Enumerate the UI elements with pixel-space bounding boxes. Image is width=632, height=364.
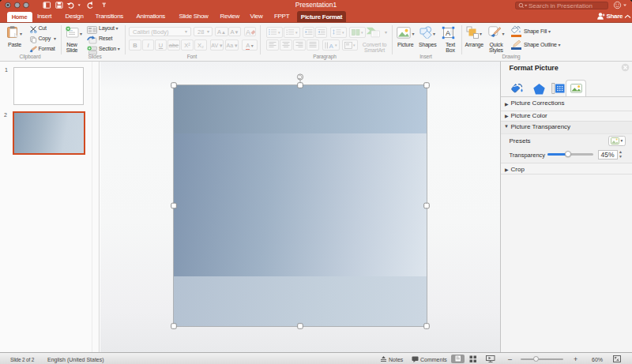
svg-text:A: A [246, 28, 250, 36]
svg-text:A: A [446, 29, 450, 37]
svg-text:A: A [329, 43, 334, 49]
